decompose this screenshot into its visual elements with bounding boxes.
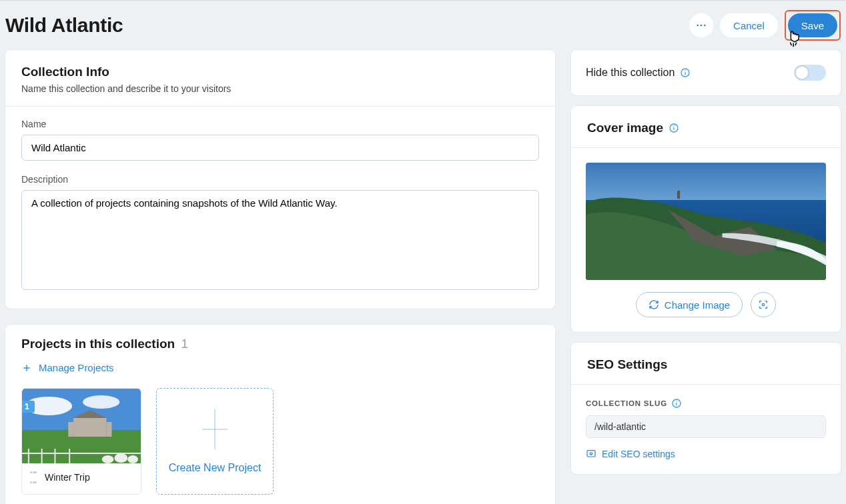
create-project-tile[interactable]: Create New Project <box>156 388 274 495</box>
svg-point-35 <box>763 303 765 305</box>
refresh-icon <box>649 299 659 310</box>
header-actions: Cancel Save <box>689 10 841 41</box>
name-label: Name <box>21 119 539 129</box>
svg-rect-32 <box>586 163 826 203</box>
svg-point-23 <box>127 455 138 463</box>
plus-large-icon <box>202 409 228 450</box>
svg-point-10 <box>83 395 119 409</box>
seo-heading: SEO Settings <box>587 357 825 372</box>
save-highlight: Save <box>785 10 841 41</box>
plus-icon <box>21 363 32 373</box>
hide-collection-label: Hide this collection <box>586 67 675 79</box>
manage-projects-button[interactable]: Manage Projects <box>5 357 555 385</box>
info-icon[interactable] <box>680 67 691 78</box>
slug-label: COLLECTION SLUG <box>586 399 667 407</box>
create-project-label: Create New Project <box>169 462 262 474</box>
manage-projects-label: Manage Projects <box>39 362 114 373</box>
description-label: Description <box>21 174 539 185</box>
svg-point-1 <box>701 25 703 27</box>
name-input[interactable] <box>21 135 539 161</box>
svg-line-3 <box>790 43 791 46</box>
svg-line-5 <box>795 43 797 46</box>
collection-info-heading: Collection Info <box>21 65 539 79</box>
svg-rect-14 <box>68 422 73 437</box>
cover-image-card: Cover image <box>571 106 841 332</box>
svg-point-21 <box>114 453 127 463</box>
settings-icon <box>586 449 596 459</box>
drag-handle-icon[interactable] <box>30 471 37 483</box>
cover-image-heading: Cover image <box>587 121 663 135</box>
edit-seo-link[interactable]: Edit SEO settings <box>586 449 826 459</box>
cancel-button[interactable]: Cancel <box>720 13 778 37</box>
description-input[interactable] <box>21 190 539 290</box>
focal-point-button[interactable] <box>751 292 776 317</box>
change-image-button[interactable]: Change Image <box>636 292 743 317</box>
hide-collection-toggle[interactable] <box>794 65 826 81</box>
edit-seo-label: Edit SEO settings <box>602 449 675 459</box>
svg-rect-34 <box>677 191 680 199</box>
svg-point-40 <box>590 453 592 455</box>
svg-point-22 <box>102 455 114 463</box>
svg-point-28 <box>685 70 686 71</box>
change-image-label: Change Image <box>665 299 730 311</box>
project-tile[interactable]: 1 <box>21 388 141 495</box>
svg-rect-39 <box>587 451 595 457</box>
projects-heading: Projects in this collection 1 <box>21 337 188 351</box>
collection-info-card: Collection Info Name this collection and… <box>5 50 555 309</box>
svg-point-38 <box>676 401 677 401</box>
more-icon <box>695 19 707 31</box>
slug-input[interactable] <box>586 415 826 438</box>
hide-collection-card: Hide this collection <box>571 50 841 95</box>
more-button[interactable] <box>689 13 713 37</box>
projects-card: Projects in this collection 1 Manage Pro… <box>5 325 555 504</box>
svg-rect-15 <box>107 422 112 437</box>
info-icon[interactable] <box>671 398 682 409</box>
svg-point-2 <box>704 25 706 27</box>
cover-image <box>586 163 826 280</box>
svg-rect-12 <box>73 418 106 437</box>
svg-point-31 <box>673 125 674 126</box>
save-button[interactable]: Save <box>788 13 837 37</box>
info-icon[interactable] <box>669 123 679 133</box>
projects-count: 1 <box>181 337 188 351</box>
crop-focus-icon <box>758 299 769 310</box>
project-title: Winter Trip <box>45 472 90 483</box>
collection-info-sub: Name this collection and describe it to … <box>21 83 539 94</box>
page-title: Wild Atlantic <box>5 14 123 37</box>
project-thumb <box>22 389 141 463</box>
seo-card: SEO Settings COLLECTION SLUG Edit SEO se… <box>571 343 841 474</box>
svg-point-0 <box>697 25 699 27</box>
project-badge: 1 <box>21 401 35 413</box>
